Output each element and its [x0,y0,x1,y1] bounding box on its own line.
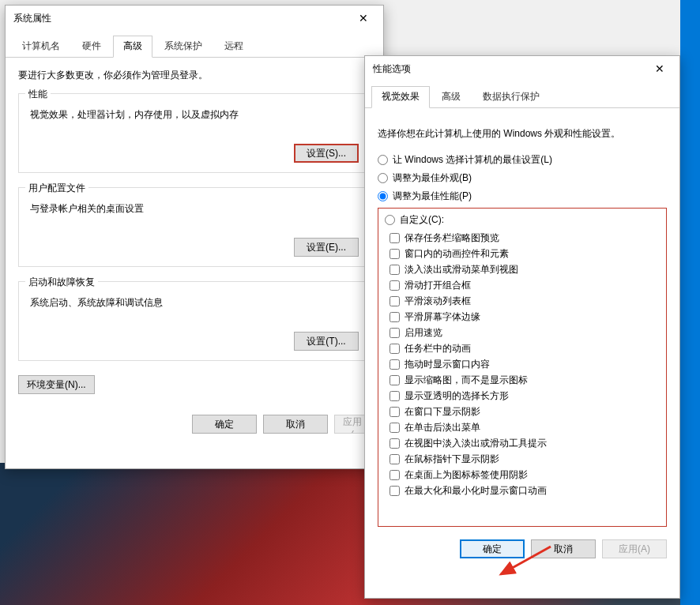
visual-effect-item[interactable]: 在单击后淡出菜单 [390,421,660,434]
checkbox-label: 平滑滚动列表框 [405,295,471,308]
radio-auto[interactable]: 让 Windows 选择计算机的最佳设置(L) [378,153,667,167]
ok-button[interactable]: 确定 [460,539,525,558]
custom-settings-box: 自定义(C): 保存任务栏缩略图预览窗口内的动画控件和元素淡入淡出或滑动菜单到视… [378,208,667,527]
performance-options-tabs: 视觉效果 高级 数据执行保护 [365,81,679,108]
visual-effect-item[interactable]: 显示缩略图，而不是显示图标 [390,374,660,387]
tab-visual-effects[interactable]: 视觉效果 [371,86,430,108]
group-legend: 性能 [25,88,51,101]
radio-input[interactable] [378,191,388,201]
checkbox-input[interactable] [390,344,400,354]
user-profiles-settings-button[interactable]: 设置(E)... [294,238,359,257]
visual-effect-item[interactable]: 在桌面上为图标标签使用阴影 [390,468,660,482]
performance-options-dialog: 性能选项 ✕ 视觉效果 高级 数据执行保护 选择你想在此计算机上使用的 Wind… [364,55,680,599]
description-text: 选择你想在此计算机上使用的 Windows 外观和性能设置。 [378,127,667,141]
checkbox-input[interactable] [390,265,400,275]
startup-recovery-settings-button[interactable]: 设置(T)... [294,332,359,351]
checkbox-input[interactable] [390,486,400,496]
checkbox-input[interactable] [390,423,400,433]
visual-effect-item[interactable]: 拖动时显示窗口内容 [390,358,660,371]
checkbox-input[interactable] [390,470,400,480]
tab-advanced-2[interactable]: 高级 [431,86,471,107]
checkbox-input[interactable] [390,312,400,322]
visual-effect-item[interactable]: 在最大化和最小化时显示窗口动画 [390,484,660,498]
checkbox-input[interactable] [390,233,400,243]
checkbox-label: 启用速览 [405,326,442,340]
checkbox-label: 平滑屏幕字体边缘 [405,310,480,324]
tab-dep[interactable]: 数据执行保护 [472,86,550,107]
visual-effect-item[interactable]: 平滑屏幕字体边缘 [390,310,660,324]
visual-effect-item[interactable]: 显示亚透明的选择长方形 [390,389,660,403]
group-legend: 用户配置文件 [25,182,88,195]
tab-advanced[interactable]: 高级 [113,36,152,58]
visual-effect-item[interactable]: 任务栏中的动画 [390,342,660,355]
group-legend: 启动和故障恢复 [25,276,98,289]
checkbox-input[interactable] [390,375,400,385]
checkbox-label: 拖动时显示窗口内容 [405,358,490,371]
footer: 确定 取消 应用(A) [365,530,679,568]
radio-input[interactable] [385,215,395,225]
radio-label: 让 Windows 选择计算机的最佳设置(L) [393,153,552,167]
checkbox-input[interactable] [390,407,400,417]
close-icon[interactable]: ✕ [352,10,375,26]
checkbox-label: 滑动打开组合框 [405,279,471,292]
checkbox-label: 在视图中淡入淡出或滑动工具提示 [405,437,547,450]
cancel-button[interactable]: 取消 [263,415,328,434]
checkbox-input[interactable] [390,296,400,306]
radio-label: 自定义(C): [400,213,444,227]
group-startup-recovery: 启动和故障恢复 系统启动、系统故障和调试信息 设置(T)... [18,281,371,361]
checkbox-label: 在单击后淡出菜单 [405,421,480,434]
checkbox-input[interactable] [390,249,400,259]
tab-computer-name[interactable]: 计算机名 [12,36,70,57]
tab-hardware[interactable]: 硬件 [72,36,111,57]
body: 选择你想在此计算机上使用的 Windows 外观和性能设置。 让 Windows… [365,108,679,530]
environment-variables-button[interactable]: 环境变量(N)... [18,375,95,394]
visual-effect-item[interactable]: 在视图中淡入淡出或滑动工具提示 [390,437,660,450]
close-icon[interactable]: ✕ [648,61,672,77]
visual-effect-item[interactable]: 启用速览 [390,326,660,340]
visual-effect-item[interactable]: 滑动打开组合框 [390,279,660,292]
titlebar: 性能选项 ✕ [365,56,679,81]
visual-effect-item[interactable]: 淡入淡出或滑动菜单到视图 [390,263,660,276]
checkbox-label: 在鼠标指针下显示阴影 [405,453,499,466]
checkbox-input[interactable] [390,328,400,338]
footer: 确定 取消 应用( [6,405,383,443]
checkbox-label: 任务栏中的动画 [405,342,471,355]
checkbox-label: 在窗口下显示阴影 [405,405,480,419]
visual-effect-item[interactable]: 在鼠标指针下显示阴影 [390,453,660,466]
radio-input[interactable] [378,155,388,165]
checkbox-input[interactable] [390,359,400,370]
radio-best-performance[interactable]: 调整为最佳性能(P) [378,190,667,203]
group-desc: 与登录帐户相关的桌面设置 [30,202,359,216]
checkbox-label: 淡入淡出或滑动菜单到视图 [405,263,518,276]
checkbox-label: 在最大化和最小化时显示窗口动画 [405,484,547,498]
tab-system-protection[interactable]: 系统保护 [154,36,213,57]
visual-effects-list: 保存任务栏缩略图预览窗口内的动画控件和元素淡入淡出或滑动菜单到视图滑动打开组合框… [390,231,660,498]
checkbox-input[interactable] [390,391,400,401]
visual-effect-item[interactable]: 窗口内的动画控件和元素 [390,247,660,261]
radio-best-appearance[interactable]: 调整为最佳外观(B) [378,171,667,185]
checkbox-label: 窗口内的动画控件和元素 [405,247,509,261]
visual-effect-item[interactable]: 在窗口下显示阴影 [390,405,660,419]
group-desc: 系统启动、系统故障和调试信息 [30,296,359,310]
group-user-profiles: 用户配置文件 与登录帐户相关的桌面设置 设置(E)... [18,187,371,267]
performance-settings-button[interactable]: 设置(S)... [294,144,359,163]
body: 要进行大多数更改，你必须作为管理员登录。 性能 视觉效果，处理器计划，内存使用，… [6,58,383,405]
cancel-button[interactable]: 取消 [531,539,596,558]
visual-effect-item[interactable]: 保存任务栏缩略图预览 [390,231,660,245]
checkbox-label: 显示缩略图，而不是显示图标 [405,374,528,387]
tab-remote[interactable]: 远程 [214,36,254,57]
checkbox-input[interactable] [390,280,400,291]
titlebar: 系统属性 ✕ [6,6,383,31]
dialog-title-text: 系统属性 [13,12,51,25]
checkbox-input[interactable] [390,454,400,464]
radio-input[interactable] [378,173,388,183]
radio-label: 调整为最佳外观(B) [393,171,472,185]
intro-text: 要进行大多数更改，你必须作为管理员登录。 [18,69,371,82]
visual-effect-item[interactable]: 平滑滚动列表框 [390,295,660,308]
ok-button[interactable]: 确定 [192,415,257,434]
apply-button[interactable]: 应用(A) [602,539,667,558]
checkbox-input[interactable] [390,438,400,449]
radio-label: 调整为最佳性能(P) [393,190,472,203]
group-performance: 性能 视觉效果，处理器计划，内存使用，以及虚拟内存 设置(S)... [18,93,371,173]
radio-custom[interactable]: 自定义(C): [385,213,660,227]
